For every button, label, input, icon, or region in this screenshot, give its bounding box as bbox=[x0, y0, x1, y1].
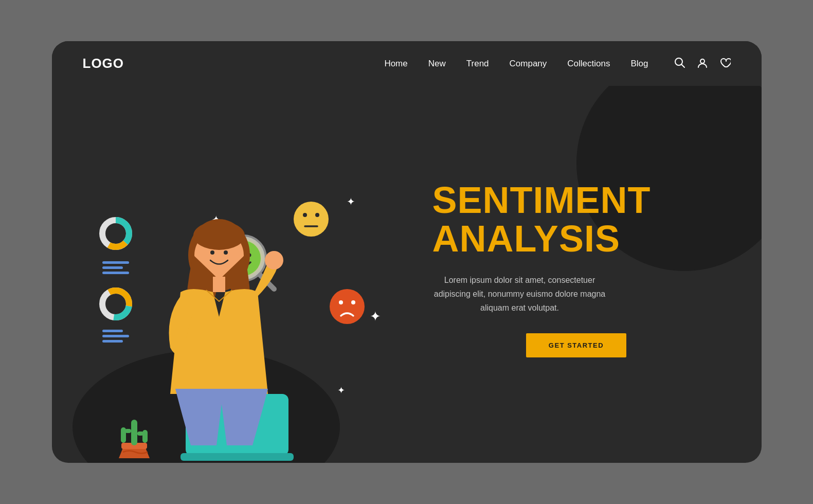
svg-point-26 bbox=[224, 250, 228, 255]
svg-point-28 bbox=[265, 251, 283, 269]
nav-item-home[interactable]: Home bbox=[384, 59, 407, 69]
svg-rect-27 bbox=[213, 277, 225, 292]
svg-rect-30 bbox=[131, 420, 137, 445]
page-card: LOGO Home New Trend Company Collections … bbox=[52, 41, 762, 463]
right-panel: SENTIMENT ANALYSIS Lorem ipsum dolor sit… bbox=[402, 86, 762, 463]
search-icon[interactable] bbox=[674, 57, 685, 70]
donut-chart-1 bbox=[98, 216, 133, 251]
sparkle-icon-3: ✦ bbox=[370, 309, 381, 325]
logo: LOGO bbox=[83, 56, 124, 71]
svg-point-15 bbox=[351, 300, 355, 304]
nav-item-collections[interactable]: Collections bbox=[567, 59, 610, 69]
hero-description: Lorem ipsum dolor sit amet, consectetuer… bbox=[432, 273, 607, 315]
plant bbox=[114, 409, 155, 463]
user-icon[interactable] bbox=[697, 57, 708, 70]
cta-button[interactable]: GET STARTED bbox=[526, 333, 626, 357]
sparkle-icon-2: ✦ bbox=[347, 195, 355, 208]
nav-item-company[interactable]: Company bbox=[510, 59, 547, 69]
nav-item-blog[interactable]: Blog bbox=[630, 59, 648, 69]
hero-title: SENTIMENT ANALYSIS bbox=[432, 181, 720, 259]
svg-rect-33 bbox=[142, 430, 148, 443]
sparkle-icon-4: ✦ bbox=[337, 385, 345, 396]
main-content: ✦ ✦ ✦ ✦ bbox=[52, 86, 762, 463]
donut-chart-2 bbox=[98, 286, 133, 321]
bar-lines-1 bbox=[102, 261, 129, 274]
svg-rect-34 bbox=[137, 431, 143, 436]
illustration-area: ✦ ✦ ✦ ✦ bbox=[98, 185, 386, 463]
heart-icon[interactable] bbox=[719, 57, 731, 70]
nav-item-new[interactable]: New bbox=[428, 59, 446, 69]
nav-icons bbox=[674, 57, 731, 70]
svg-point-14 bbox=[339, 300, 343, 304]
emoji-sad bbox=[329, 288, 366, 333]
svg-rect-32 bbox=[125, 429, 131, 433]
svg-point-13 bbox=[330, 289, 365, 324]
bar-lines-2 bbox=[102, 330, 129, 343]
svg-rect-31 bbox=[121, 427, 126, 443]
svg-point-11 bbox=[315, 213, 319, 217]
nav-item-trend[interactable]: Trend bbox=[466, 59, 489, 69]
navbar: LOGO Home New Trend Company Collections … bbox=[52, 41, 762, 86]
svg-point-2 bbox=[700, 59, 704, 63]
illustration-panel: ✦ ✦ ✦ ✦ bbox=[52, 86, 402, 463]
nav-links: Home New Trend Company Collections Blog bbox=[384, 59, 648, 69]
chart-group bbox=[98, 216, 133, 343]
person-figure bbox=[139, 214, 304, 463]
svg-line-1 bbox=[681, 65, 684, 68]
svg-point-25 bbox=[210, 250, 214, 255]
svg-point-24 bbox=[193, 221, 245, 250]
